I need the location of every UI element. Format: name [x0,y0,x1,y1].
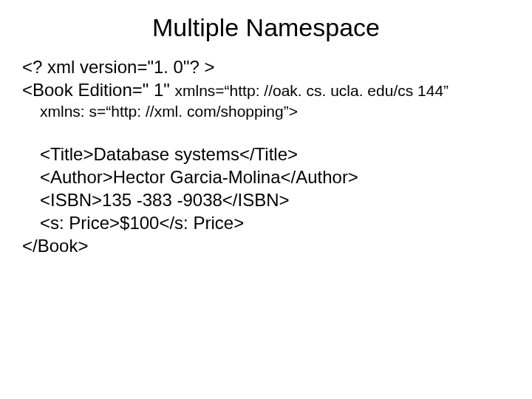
code-line-5: <Author>Hector Garcia-Molina</Author> [22,166,510,188]
code-line-4: <Title>Database systems</Title> [22,143,510,166]
code-line-6: <ISBN>135 -383 -9038</ISBN> [22,188,510,211]
slide-title: Multiple Namespace [22,13,510,42]
code-line-2: <Book Edition=" 1" xmlns=“http: //oak. c… [22,78,510,101]
code-line-1: <? xml version="1. 0"? > [22,55,510,78]
code-line-2b: xmlns=“http: //oak. cs. ucla. edu/cs 144… [175,82,449,99]
code-line-3: xmlns: s=“http: //xml. com/shopping”> [22,101,510,121]
code-line-7: <s: Price>$100</s: Price> [22,211,510,234]
code-line-8: </Book> [22,234,510,257]
blank-gap [22,122,510,143]
code-line-2a: <Book Edition=" 1" [22,80,175,100]
slide: Multiple Namespace <? xml version="1. 0"… [0,0,532,399]
code-block: <? xml version="1. 0"? > <Book Edition="… [22,55,510,258]
